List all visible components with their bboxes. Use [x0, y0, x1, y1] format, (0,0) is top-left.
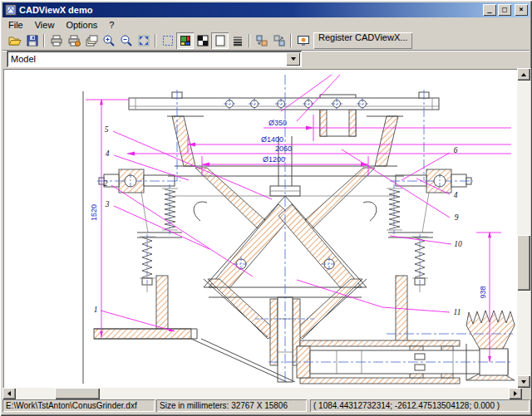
dim-diameter-1200: Ø1200: [263, 155, 285, 164]
toolbar-separator: [246, 33, 253, 48]
close-button[interactable]: ×: [515, 4, 528, 16]
open-icon: [8, 34, 22, 47]
arrow-right-icon: [514, 391, 517, 396]
white-background-icon: [214, 34, 227, 47]
bw-mode-button[interactable]: [194, 32, 211, 49]
dim-1520: 1520: [90, 204, 98, 221]
scroll-up-button[interactable]: [517, 68, 530, 81]
app-icon: [5, 4, 17, 16]
minimize-button[interactable]: _: [483, 4, 496, 16]
vertical-scrollbar[interactable]: [517, 68, 530, 388]
menu-file[interactable]: File: [2, 19, 29, 31]
balloon-2: 2: [104, 179, 108, 188]
copy-vector-button[interactable]: [253, 32, 270, 49]
menu-view[interactable]: View: [29, 19, 61, 31]
white-background-button[interactable]: [211, 32, 229, 49]
balloon-11: 11: [454, 308, 461, 316]
arrow-left-icon: [7, 391, 11, 396]
app-window: CADViewX demo _ □ × File View Options ? …: [0, 0, 532, 416]
select-rect-icon: [161, 34, 175, 47]
arrow-up-icon: [521, 73, 526, 76]
status-size-info: Size in millimeters: 32767 X 15806: [156, 399, 307, 412]
drawing-svg: Ø350 Ø1400 2060 Ø1200 1520 938 5 4 2 3 1…: [4, 70, 516, 387]
save-button[interactable]: [23, 32, 41, 49]
print-setup-button[interactable]: [65, 32, 82, 49]
about-button[interactable]: [294, 32, 312, 49]
zoom-extents-button[interactable]: [135, 32, 152, 49]
balloon-3: 3: [105, 200, 110, 208]
bw-mode-icon: [196, 34, 209, 47]
horizontal-scrollbar[interactable]: [2, 388, 522, 399]
window-title: CADViewX demo: [19, 5, 481, 15]
title-bar[interactable]: CADViewX demo _ □ ×: [2, 2, 530, 17]
dim-938: 938: [479, 286, 487, 298]
toolbar-separator: [288, 33, 294, 48]
layout-combobox[interactable]: Model: [7, 51, 302, 67]
print-icon: [50, 34, 63, 47]
scroll-right-button[interactable]: [509, 388, 522, 399]
chevron-down-icon: [291, 57, 296, 61]
open-button[interactable]: [6, 32, 23, 49]
about-icon: [297, 34, 310, 47]
balloon-5: 5: [105, 125, 109, 134]
horizontal-scroll-thumb[interactable]: [55, 388, 100, 399]
dim-2060: 2060: [275, 144, 292, 153]
status-coordinates: ( 1084.44312732314; -2612.47513504128; 0…: [310, 399, 530, 412]
drawing-canvas[interactable]: Ø350 Ø1400 2060 Ø1200 1520 938 5 4 2 3 1…: [3, 69, 518, 389]
select-rect-button[interactable]: [159, 32, 176, 49]
scroll-left-button[interactable]: [2, 388, 16, 399]
toolbar: Register CADViewX...: [2, 31, 530, 51]
balloon-6: 6: [454, 146, 458, 154]
scrollbar-corner: [522, 388, 531, 399]
zoom-in-button[interactable]: [100, 32, 117, 49]
balloon-4-left: 4: [106, 149, 110, 158]
copy-raster-icon: [273, 34, 286, 47]
balloon-9: 9: [455, 213, 459, 222]
print-button[interactable]: [47, 32, 65, 49]
zoom-out-button[interactable]: [117, 32, 135, 49]
scroll-down-button[interactable]: [517, 375, 530, 388]
copy-raster-button[interactable]: [270, 32, 288, 49]
canvas-panel: Ø350 Ø1400 2060 Ø1200 1520 938 5 4 2 3 1…: [2, 68, 531, 399]
zoom-out-icon: [120, 34, 133, 47]
menu-options[interactable]: Options: [60, 19, 103, 31]
vertical-scroll-thumb[interactable]: [517, 235, 530, 291]
line-weights-button[interactable]: [229, 32, 246, 49]
zoom-in-icon: [102, 34, 116, 47]
print-setup-icon: [67, 34, 81, 47]
balloon-4-right: 4: [454, 191, 458, 199]
combobox-dropdown-button[interactable]: [286, 52, 300, 66]
toolbar-separator: [41, 33, 47, 48]
color-mode-icon: [179, 34, 192, 47]
layout-combobox-value: Model: [7, 54, 286, 64]
save-icon: [26, 34, 39, 47]
dim-diameter-1400: Ø1400: [261, 135, 283, 144]
dim-diameter-350: Ø350: [268, 119, 287, 127]
register-button[interactable]: Register CADViewX...: [313, 32, 412, 49]
arrow-down-icon: [521, 380, 526, 384]
balloon-10: 10: [454, 240, 462, 248]
status-bar: E:\Work\TstAnton\ConusGrinder.dxf Size i…: [2, 399, 530, 413]
layers-button[interactable]: [82, 32, 100, 49]
maximize-button[interactable]: □: [498, 4, 511, 16]
line-weights-icon: [231, 34, 244, 47]
color-mode-button[interactable]: [176, 32, 194, 49]
menu-bar: File View Options ?: [2, 18, 530, 31]
status-file-path: E:\Work\TstAnton\ConusGrinder.dxf: [2, 399, 155, 412]
layers-icon: [85, 34, 98, 47]
menu-help[interactable]: ?: [103, 19, 120, 31]
balloon-1: 1: [94, 306, 98, 314]
toolbar-separator: [152, 33, 159, 48]
zoom-extents-icon: [137, 34, 150, 47]
copy-vector-icon: [255, 34, 268, 47]
